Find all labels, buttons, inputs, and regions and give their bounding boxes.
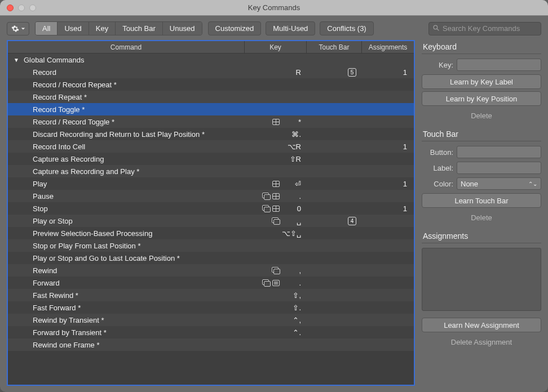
stack-context-icon (272, 267, 280, 274)
table-row[interactable]: Discard Recording and Return to Last Pla… (8, 128, 414, 140)
table-row[interactable]: Rewind one Frame * (8, 338, 414, 351)
table-row[interactable]: RecordR51 (8, 66, 414, 78)
select-caret-icon: ⌃⌄ (528, 181, 537, 187)
filter-touch-bar[interactable]: Touch Bar (116, 22, 163, 35)
filter-unused[interactable]: Unused (163, 22, 202, 35)
cell-assignments (362, 78, 414, 91)
table-row[interactable]: Record Toggle * (8, 103, 414, 115)
group-row[interactable]: ▼ Global Commands (8, 54, 414, 66)
cell-assignments (362, 264, 414, 277)
cell-touch-bar (307, 177, 362, 190)
touchbar-button-field[interactable] (457, 146, 541, 158)
group-label: Global Commands (24, 56, 85, 64)
cell-command: Record Into Cell (8, 140, 245, 153)
cell-touch-bar (307, 326, 362, 338)
cell-touch-bar (307, 190, 362, 202)
content-area: Command Key Touch Bar Assignments ▼ Glob… (0, 40, 548, 392)
cell-command: Fast Forward * (8, 301, 245, 314)
cell-touch-bar (307, 128, 362, 140)
cell-assignments (362, 165, 414, 177)
chip-conflicts-[interactable]: Conflicts (3) (320, 21, 373, 35)
cell-key: ⇧. (245, 301, 307, 314)
filter-key[interactable]: Key (89, 22, 116, 35)
cell-touch-bar (307, 252, 362, 264)
side-panel: Keyboard Key: Learn by Key Label Learn b… (422, 40, 541, 386)
cell-touch-bar (307, 338, 362, 351)
cell-touch-bar (307, 78, 362, 91)
cell-command: Rewind (8, 264, 245, 277)
table-row[interactable]: Forward. (8, 277, 414, 289)
table-row[interactable]: Rewind, (8, 264, 414, 277)
cell-assignments: 1 (362, 202, 414, 215)
table-row[interactable]: Record Repeat * (8, 91, 414, 103)
table-row[interactable]: Fast Rewind *⇧, (8, 289, 414, 301)
table-row[interactable]: Play or Stop␣4 (8, 215, 414, 227)
disclosure-triangle-icon[interactable]: ▼ (14, 57, 19, 63)
table-row[interactable]: Play⏎1 (8, 177, 414, 190)
touchbar-label-field[interactable] (457, 162, 541, 174)
cell-assignments (362, 153, 414, 165)
table-row[interactable]: Forward by Transient *⌃. (8, 326, 414, 338)
col-assignments[interactable]: Assignments (362, 41, 414, 53)
grid-context-icon (272, 119, 280, 125)
touchbar-delete-button[interactable]: Delete (422, 210, 541, 225)
cell-command: Play (8, 177, 245, 190)
cell-assignments (362, 277, 414, 289)
cell-touch-bar (307, 103, 362, 115)
table-row[interactable]: Preview Selection-Based Processing⌥⇧␣ (8, 227, 414, 239)
table-row[interactable]: Play or Stop and Go to Last Locate Posit… (8, 252, 414, 264)
key-commands-window: Key Commands AllUsedKeyTouch BarUnused C… (0, 0, 548, 392)
filter-all[interactable]: All (36, 22, 58, 35)
table-row[interactable]: Fast Forward *⇧. (8, 301, 414, 314)
table-row[interactable]: Record Into Cell⌥R1 (8, 140, 414, 153)
table-row[interactable]: Stop or Play From Last Position * (8, 239, 414, 252)
cell-key: ⌘. (245, 128, 307, 140)
chip-multi-used[interactable]: Multi-Used (266, 21, 315, 35)
cell-command: Forward (8, 277, 245, 289)
cell-key (245, 78, 307, 91)
cell-assignments (362, 338, 414, 351)
cell-command: Record Toggle * (8, 103, 245, 115)
table-row[interactable]: Capture as Recording and Play * (8, 165, 414, 177)
keyboard-delete-button[interactable]: Delete (422, 108, 541, 123)
learn-by-position-button[interactable]: Learn by Key Position (422, 91, 541, 106)
cell-touch-bar: 5 (307, 66, 362, 78)
cell-touch-bar (307, 239, 362, 252)
commands-table: Command Key Touch Bar Assignments ▼ Glob… (7, 40, 415, 386)
learn-assignment-button[interactable]: Learn New Assignment (422, 318, 541, 332)
table-row[interactable]: Rewind by Transient *⌃, (8, 314, 414, 326)
cell-touch-bar (307, 227, 362, 239)
cell-command: Preview Selection-Based Processing (8, 227, 245, 239)
cell-command: Record Repeat * (8, 91, 245, 103)
cell-command: Record / Record Repeat * (8, 78, 245, 91)
table-row[interactable]: Capture as Recording⇧R (8, 153, 414, 165)
key-field[interactable] (457, 59, 541, 71)
assignments-list[interactable] (422, 248, 541, 311)
cell-key: ⏎ (245, 177, 307, 190)
delete-assignment-button[interactable]: Delete Assignment (422, 335, 541, 349)
col-key[interactable]: Key (245, 41, 307, 53)
filter-used[interactable]: Used (58, 22, 89, 35)
cell-touch-bar (307, 289, 362, 301)
search-input[interactable] (443, 24, 537, 33)
table-row[interactable]: Record / Record Toggle ** (8, 115, 414, 128)
table-row[interactable]: Record / Record Repeat * (8, 78, 414, 91)
learn-by-label-button[interactable]: Learn by Key Label (422, 74, 541, 89)
keys-context-icon (272, 280, 280, 286)
learn-touchbar-button[interactable]: Learn Touch Bar (422, 193, 541, 208)
cell-command: Discard Recording and Return to Last Pla… (8, 128, 245, 140)
color-select[interactable]: None ⌃⌄ (457, 177, 541, 190)
chip-customized[interactable]: Customized (208, 21, 262, 35)
table-row[interactable]: Pause. (8, 190, 414, 202)
cell-touch-bar (307, 301, 362, 314)
settings-menu-button[interactable] (7, 22, 29, 35)
cell-assignments (362, 190, 414, 202)
search-field[interactable] (428, 22, 541, 35)
col-command[interactable]: Command (8, 41, 245, 53)
grid-context-icon (272, 181, 280, 187)
col-touch-bar[interactable]: Touch Bar (307, 41, 362, 53)
cell-command: Record (8, 66, 245, 78)
table-row[interactable]: Stop01 (8, 202, 414, 215)
cell-key: , (245, 264, 307, 277)
stack-context-icon (262, 205, 270, 212)
